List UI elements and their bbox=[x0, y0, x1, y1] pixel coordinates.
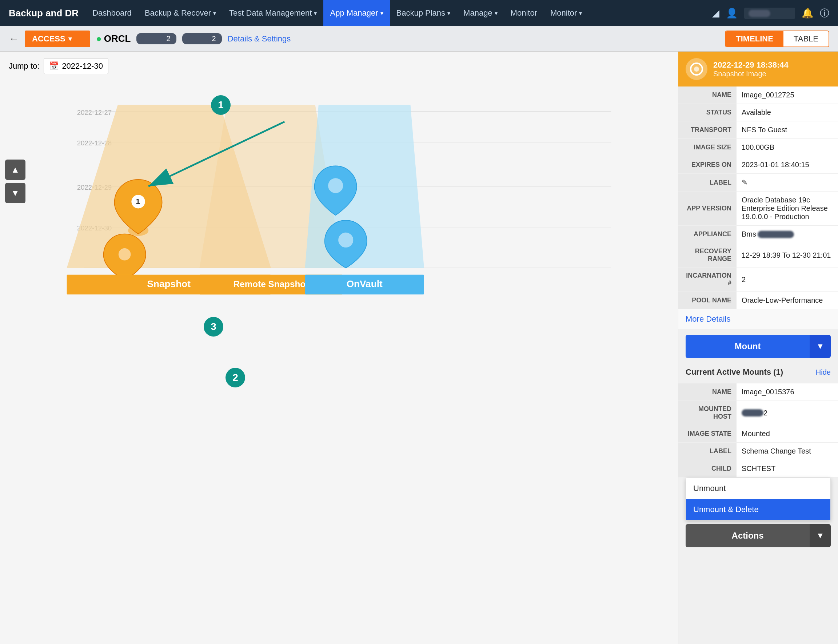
mount-button[interactable]: Mount bbox=[686, 335, 810, 358]
detail-val-name: Image_0012725 bbox=[736, 87, 838, 104]
detail-row-expires: EXPIRES ON 2023-01-01 18:40:15 bbox=[678, 156, 838, 174]
svg-point-16 bbox=[119, 248, 131, 261]
mount-row-state: IMAGE STATE Mounted bbox=[678, 425, 838, 443]
unmount-button[interactable]: Unmount bbox=[686, 478, 830, 499]
detail-val-label: ✎ bbox=[736, 174, 838, 191]
mount-detail-table: NAME Image_0015376 MOUNTED HOST 2 IMAGE … bbox=[678, 383, 838, 478]
snapshot-image-icon bbox=[686, 58, 708, 80]
user-name-display bbox=[744, 8, 795, 19]
detail-row-recovery: RECOVERY RANGE 12-29 18:39 To 12-30 21:0… bbox=[678, 243, 838, 268]
badge-number-1: 2 bbox=[166, 34, 170, 43]
nav-dashboard[interactable]: Dashboard bbox=[86, 0, 138, 26]
timeline-button[interactable]: TIMELINE bbox=[726, 31, 784, 46]
annotation-3: 3 bbox=[204, 317, 223, 337]
table-button[interactable]: TABLE bbox=[784, 31, 828, 46]
badge-count-1: 2 bbox=[137, 33, 176, 44]
shield-icon: ● bbox=[96, 33, 102, 44]
mount-key-state: IMAGE STATE bbox=[678, 425, 736, 442]
actions-dropdown-button[interactable]: ▼ bbox=[810, 524, 831, 547]
detail-row-imagesize: IMAGE SIZE 100.00GB bbox=[678, 139, 838, 156]
actions-button[interactable]: Actions bbox=[686, 524, 810, 547]
scroll-up-button[interactable]: ▲ bbox=[5, 159, 25, 180]
top-navigation: Backup and DR Dashboard Backup & Recover… bbox=[0, 0, 838, 26]
unmount-delete-button[interactable]: Unmount & Delete bbox=[686, 499, 830, 520]
actions-section: Actions ▼ bbox=[678, 521, 838, 551]
image-datetime: 2022-12-29 18:38:44 bbox=[713, 60, 831, 70]
details-settings-link[interactable]: Details & Settings bbox=[228, 34, 291, 44]
hide-mounts-link[interactable]: Hide bbox=[816, 368, 831, 376]
detail-key-appliance: APPLIANCE bbox=[678, 226, 736, 243]
mount-dropdown-button[interactable]: ▼ bbox=[810, 335, 831, 358]
detail-val-appversion: Oracle Database 19c Enterprise Edition R… bbox=[736, 192, 838, 225]
filter-icon[interactable]: ◢ bbox=[712, 8, 719, 19]
label-edit-icon[interactable]: ✎ bbox=[742, 178, 748, 187]
mount-val-name: Image_0015376 bbox=[736, 383, 838, 401]
detail-key-transport: TRANSPORT bbox=[678, 122, 736, 138]
more-details-link[interactable]: More Details bbox=[678, 309, 838, 329]
mount-key-label: LABEL bbox=[678, 443, 736, 460]
nav-test-data[interactable]: Test Data Management ▾ bbox=[222, 0, 323, 26]
annotation-1: 1 bbox=[211, 95, 230, 115]
scroll-down-button[interactable]: ▼ bbox=[5, 183, 25, 203]
nav-manage[interactable]: Manage ▾ bbox=[457, 0, 504, 26]
svg-point-17 bbox=[328, 178, 343, 193]
svg-text:2022-12-27: 2022-12-27 bbox=[77, 108, 112, 116]
detail-key-recovery: RECOVERY RANGE bbox=[678, 243, 736, 267]
detail-val-expires: 2023-01-01 18:40:15 bbox=[736, 156, 838, 173]
detail-key-appversion: APP VERSION bbox=[678, 192, 736, 225]
unmount-dropdown-container: Unmount Unmount & Delete bbox=[678, 478, 838, 521]
jump-to-label: Jump to: bbox=[9, 61, 39, 71]
detail-val-transport: NFS To Guest bbox=[736, 122, 838, 138]
mount-key-child: CHILD bbox=[678, 460, 736, 477]
nav-report[interactable]: Monitor bbox=[504, 0, 544, 26]
mount-val-child: SCHTEST bbox=[736, 460, 838, 477]
active-mounts-header: Current Active Mounts (1) Hide bbox=[686, 368, 831, 377]
svg-text:1: 1 bbox=[136, 197, 140, 205]
badge-count-2: 2 bbox=[182, 33, 222, 44]
detail-val-status: Available bbox=[736, 104, 838, 121]
calendar-icon: 📅 bbox=[49, 61, 59, 71]
mount-row-host: MOUNTED HOST 2 bbox=[678, 401, 838, 425]
jump-date-input[interactable]: 📅 2022-12-30 bbox=[44, 58, 109, 74]
access-dropdown[interactable]: ACCESS ▾ bbox=[25, 31, 90, 47]
actions-button-group: Actions ▼ bbox=[686, 524, 831, 547]
svg-text:Remote Snapshot: Remote Snapshot bbox=[234, 279, 309, 289]
user-icon[interactable]: 👤 bbox=[726, 8, 738, 19]
image-header: 2022-12-29 18:38:44 Snapshot Image bbox=[678, 52, 838, 87]
access-caret: ▾ bbox=[68, 35, 72, 43]
detail-val-incarnation: 2 bbox=[736, 268, 838, 291]
bell-icon[interactable]: 🔔 bbox=[802, 8, 813, 19]
detail-val-imagesize: 100.00GB bbox=[736, 139, 838, 156]
mount-row-label: LABEL Schema Change Test bbox=[678, 443, 838, 460]
mount-section: Mount ▼ bbox=[678, 329, 838, 364]
image-detail-table: NAME Image_0012725 STATUS Available TRAN… bbox=[678, 87, 838, 309]
nav-monitor[interactable]: Monitor ▾ bbox=[544, 0, 588, 26]
active-mounts-section: Current Active Mounts (1) Hide bbox=[678, 364, 838, 383]
left-panel: Jump to: 📅 2022-12-30 2022-12-27 2022-12… bbox=[0, 52, 678, 644]
view-toggle: TIMELINE TABLE bbox=[725, 31, 829, 47]
detail-key-imagesize: IMAGE SIZE bbox=[678, 139, 736, 156]
detail-row-appversion: APP VERSION Oracle Database 19c Enterpri… bbox=[678, 192, 838, 226]
svg-point-18 bbox=[338, 233, 353, 248]
help-icon[interactable]: ⓘ bbox=[820, 7, 829, 20]
jump-date-value: 2022-12-30 bbox=[62, 61, 103, 71]
svg-point-32 bbox=[694, 66, 699, 72]
sub-navigation: ← ACCESS ▾ ● ORCL 2 2 Details & Settings… bbox=[0, 26, 838, 52]
detail-key-label: LABEL bbox=[678, 174, 736, 191]
mount-key-host: MOUNTED HOST bbox=[678, 401, 736, 425]
detail-val-recovery: 12-29 18:39 To 12-30 21:01 bbox=[736, 243, 838, 267]
jump-bar: Jump to: 📅 2022-12-30 bbox=[0, 52, 678, 80]
detail-val-appliance: Bms bbox=[736, 226, 838, 243]
detail-key-name: NAME bbox=[678, 87, 736, 104]
back-button[interactable]: ← bbox=[9, 33, 19, 45]
nav-backup-plans[interactable]: Backup Plans ▾ bbox=[390, 0, 457, 26]
mount-val-label: Schema Change Test bbox=[736, 443, 838, 460]
badge-number-2: 2 bbox=[212, 34, 216, 43]
detail-row-poolname: POOL NAME Oracle-Low-Performance bbox=[678, 292, 838, 309]
orcl-badge: ● ORCL bbox=[96, 33, 130, 44]
mount-val-host: 2 bbox=[736, 401, 838, 425]
nav-backup-recover[interactable]: Backup & Recover ▾ bbox=[138, 0, 222, 26]
unmount-dropdown: Unmount Unmount & Delete bbox=[686, 478, 831, 521]
nav-app-manager[interactable]: App Manager ▾ bbox=[323, 0, 390, 26]
detail-row-incarnation: INCARNATION # 2 bbox=[678, 268, 838, 292]
